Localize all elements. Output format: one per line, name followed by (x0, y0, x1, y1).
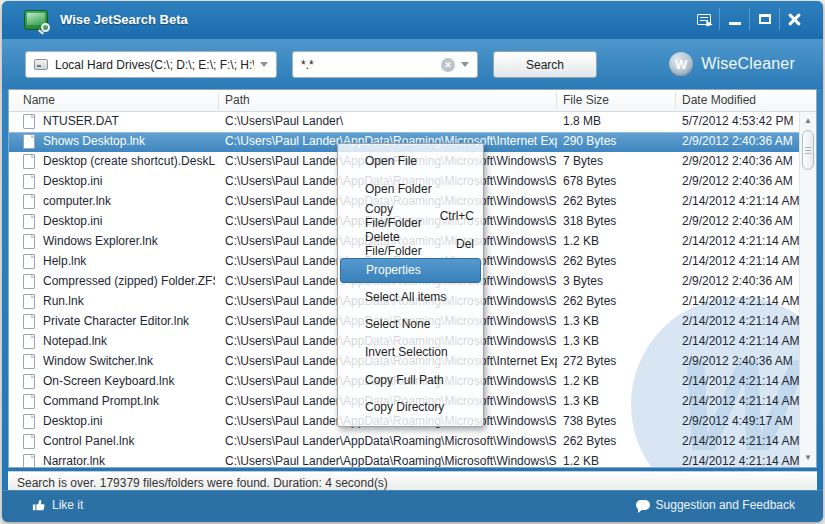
cell-size: 1.2 KB (563, 454, 668, 468)
context-menu-item-copy-directory[interactable]: Copy Directory (338, 394, 483, 422)
cell-size: 262 Bytes (563, 254, 668, 268)
speech-bubble-icon (636, 500, 650, 510)
file-icon (23, 114, 35, 129)
scroll-down-icon[interactable]: ▼ (800, 450, 816, 466)
cell-date: 2/9/2012 2:40:36 AM (682, 274, 800, 288)
context-menu-item-open-folder[interactable]: Open Folder (338, 175, 483, 203)
cell-date: 2/14/2012 4:21:14 AM (682, 314, 800, 328)
cell-size: 738 Bytes (563, 414, 668, 428)
cell-date: 2/9/2012 2:40:36 AM (682, 354, 800, 368)
menu-item-label: Properties (366, 263, 421, 277)
like-it-link[interactable]: Like it (32, 498, 83, 512)
cell-date: 2/9/2012 2:40:36 AM (682, 174, 800, 188)
cell-date: 2/9/2012 4:49:17 AM (682, 414, 800, 428)
close-button[interactable] (779, 8, 809, 30)
cell-date: 2/9/2012 2:40:36 AM (682, 134, 800, 148)
cell-size: 1.2 KB (563, 374, 668, 388)
cell-date: 2/14/2012 4:21:14 AM (682, 334, 800, 348)
context-menu-item-copy-full-path[interactable]: Copy Full Path (338, 366, 483, 394)
file-icon (23, 414, 35, 429)
column-header-date[interactable]: Date Modified (682, 93, 756, 107)
cell-path: C:\Users\Paul Lander\AppData\Roaming\Mic… (225, 454, 557, 468)
cell-size: 678 Bytes (563, 174, 668, 188)
cell-date: 2/14/2012 4:21:14 AM (682, 454, 800, 468)
context-menu-item-delete-file-folder[interactable]: Delete File/FolderDel (338, 230, 483, 258)
context-menu-item-select-all-items[interactable]: Select All items (338, 283, 483, 311)
app-window: Wise JetSearch Beta Local Hard Driv (0, 0, 825, 524)
menu-item-label: Delete File/Folder (365, 230, 456, 258)
brand-logo: W WiseCleaner (669, 52, 795, 76)
context-menu-item-copy-file-folder[interactable]: Copy File/FolderCtrl+C (338, 202, 483, 230)
drive-selector[interactable]: Local Hard Drives(C:\; D:\; E:\; F:\; H:… (25, 51, 277, 78)
feedback-menu-button[interactable] (689, 8, 719, 30)
cell-date: 2/14/2012 4:21:14 AM (682, 434, 800, 448)
cell-name: computer.lnk (43, 194, 215, 208)
cell-size: 272 Bytes (563, 354, 668, 368)
vertical-scrollbar[interactable]: ▲ ▼ (799, 112, 816, 467)
minimize-button[interactable] (719, 8, 749, 30)
file-icon (23, 334, 35, 349)
file-icon (23, 294, 35, 309)
column-header-path[interactable]: Path (225, 93, 250, 107)
cell-size: 318 Bytes (563, 214, 668, 228)
file-icon (23, 134, 35, 149)
cell-date: 2/14/2012 4:21:14 AM (682, 254, 800, 268)
search-input[interactable]: *.* ✕ (292, 51, 478, 78)
file-icon (23, 194, 35, 209)
cell-date: 2/14/2012 4:21:14 AM (682, 294, 800, 308)
cell-name: Desktop.ini (43, 214, 215, 228)
file-icon (23, 214, 35, 229)
cell-size: 262 Bytes (563, 194, 668, 208)
cell-name: Control Panel.lnk (43, 434, 215, 448)
search-button[interactable]: Search (493, 51, 597, 78)
feedback-link[interactable]: Suggestion and Feedback (636, 498, 795, 512)
file-icon (23, 454, 35, 468)
context-menu-item-properties[interactable]: Properties (340, 258, 481, 283)
cell-name: Compressed (zipped) Folder.ZFSe... (43, 274, 215, 288)
maximize-button[interactable] (749, 8, 779, 30)
cell-size: 1.3 KB (563, 314, 668, 328)
clear-icon[interactable]: ✕ (441, 58, 455, 72)
menu-item-label: Open Folder (365, 182, 432, 196)
cell-name: Narrator.lnk (43, 454, 215, 468)
scrollbar-thumb[interactable] (802, 130, 814, 170)
cell-size: 290 Bytes (563, 134, 668, 148)
wisecleaner-icon: W (669, 52, 693, 76)
cell-date: 2/14/2012 4:21:14 AM (682, 234, 800, 248)
app-logo-icon (24, 10, 48, 30)
cell-date: 2/14/2012 4:21:14 AM (682, 394, 800, 408)
column-header-size[interactable]: File Size (563, 93, 609, 107)
table-row[interactable]: Control Panel.lnkC:\Users\Paul Lander\Ap… (9, 432, 799, 452)
cell-size: 1.8 MB (563, 114, 668, 128)
context-menu-item-select-none[interactable]: Select None (338, 310, 483, 338)
cell-size: 262 Bytes (563, 434, 668, 448)
cell-size: 1.3 KB (563, 394, 668, 408)
cell-name: Desktop (create shortcut).DeskLink (43, 154, 215, 168)
file-icon (23, 174, 35, 189)
file-icon (23, 154, 35, 169)
cell-date: 2/9/2012 2:40:36 AM (682, 214, 800, 228)
menu-item-label: Open File (365, 154, 417, 168)
title-bar: Wise JetSearch Beta (2, 1, 823, 39)
close-icon (788, 13, 801, 26)
cell-name: Private Character Editor.lnk (43, 314, 215, 328)
menu-item-label: Copy Full Path (365, 373, 444, 387)
file-icon (23, 434, 35, 449)
cell-name: Notepad.lnk (43, 334, 215, 348)
cell-name: Command Prompt.lnk (43, 394, 215, 408)
table-row[interactable]: Narrator.lnkC:\Users\Paul Lander\AppData… (9, 452, 799, 468)
file-icon (23, 254, 35, 269)
column-header-name[interactable]: Name (23, 93, 55, 107)
feedback-label: Suggestion and Feedback (656, 498, 795, 512)
like-it-label: Like it (52, 498, 83, 512)
cell-name: Shows Desktop.lnk (43, 134, 215, 148)
menu-item-label: Invert Selection (365, 345, 448, 359)
table-row[interactable]: NTUSER.DATC:\Users\Paul Lander\1.8 MB5/7… (9, 112, 799, 132)
maximize-icon (759, 14, 771, 24)
context-menu-item-open-file[interactable]: Open File (338, 147, 483, 175)
footer-bar: Like it Suggestion and Feedback (2, 490, 823, 522)
cell-date: 5/7/2012 4:53:42 PM (682, 114, 800, 128)
scroll-up-icon[interactable]: ▲ (800, 113, 816, 129)
cell-size: 7 Bytes (563, 154, 668, 168)
context-menu-item-invert-selection[interactable]: Invert Selection (338, 338, 483, 366)
